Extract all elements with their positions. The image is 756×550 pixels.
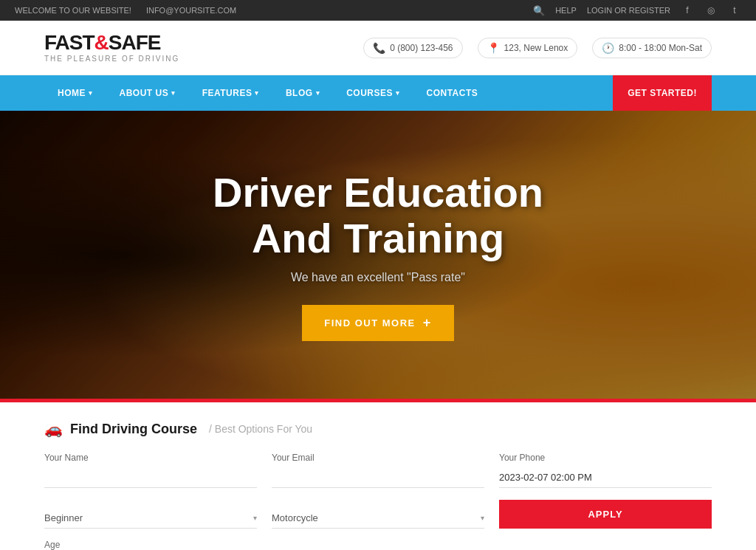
- chevron-down-icon: ▾: [316, 89, 320, 97]
- chevron-down-icon: ▾: [171, 89, 176, 97]
- email-input[interactable]: [272, 467, 484, 488]
- top-bar-left: WELCOME TO OUR WEBSITE! INFO@YOURSITE.CO…: [15, 6, 236, 15]
- name-input[interactable]: [44, 467, 257, 488]
- logo[interactable]: FAST&SAFE THE PLEASURE OF DRIVING: [44, 32, 179, 63]
- phone-label: Your Phone: [499, 453, 712, 463]
- chevron-down-icon: ▾: [89, 89, 93, 97]
- find-course-section: 🚗 Find Driving Course / Best Options For…: [0, 402, 756, 550]
- age-row: Age: [44, 537, 712, 550]
- chevron-down-icon: ▾: [255, 89, 259, 97]
- logo-part1: FAST: [44, 31, 94, 54]
- type-value: Motorcycle: [272, 512, 318, 523]
- logo-text: FAST&SAFE: [44, 32, 179, 53]
- contact-hours: 🕐 8:00 - 18:00 Mon-Sat: [592, 38, 712, 58]
- hours-text: 8:00 - 18:00 Mon-Sat: [619, 43, 702, 53]
- nav-features[interactable]: FEATURES ▾: [189, 75, 272, 111]
- form-row-2: Beginner ▾ Motorcycle ▾ APPLY: [44, 500, 712, 529]
- hero-title: Driver Education And Training: [0, 170, 756, 261]
- address-text: 123, New Lenox: [504, 43, 568, 53]
- phone-field-group: Your Phone: [499, 453, 712, 488]
- find-course-header: 🚗 Find Driving Course / Best Options For…: [44, 420, 712, 438]
- nav-about[interactable]: ABOUT US ▾: [106, 75, 189, 111]
- email-text: INFO@YOURSITE.COM: [146, 6, 236, 15]
- find-out-more-button[interactable]: FIND OUT MORE +: [302, 305, 454, 341]
- nav-contacts[interactable]: CONTACTS: [413, 75, 491, 111]
- find-course-title: Find Driving Course: [70, 422, 197, 437]
- welcome-text: WELCOME TO OUR WEBSITE!: [15, 6, 131, 15]
- hero-content: Driver Education And Training We have an…: [0, 111, 756, 341]
- nav-home[interactable]: HOME ▾: [44, 75, 106, 111]
- level-value: Beginner: [44, 512, 83, 523]
- email-label: Your Email: [272, 453, 484, 463]
- find-course-subtitle: / Best Options For You: [209, 423, 312, 435]
- nav-blog[interactable]: BLOG ▾: [272, 75, 333, 111]
- chevron-down-icon: ▾: [396, 89, 400, 97]
- phone-icon: 📞: [373, 42, 385, 54]
- plus-icon: +: [423, 315, 432, 331]
- login-link[interactable]: LOGIN OR REGISTER: [587, 6, 670, 15]
- search-icon[interactable]: 🔍: [533, 5, 545, 16]
- contact-address: 📍 123, New Lenox: [478, 38, 578, 58]
- nav-get-started[interactable]: GET STARTED!: [613, 75, 712, 111]
- car-icon: 🚗: [44, 420, 63, 438]
- chevron-down-icon: ▾: [253, 514, 257, 522]
- name-label: Your Name: [44, 453, 257, 463]
- nav-courses[interactable]: COURSES ▾: [333, 75, 413, 111]
- cta-label: FIND OUT MORE: [324, 317, 416, 329]
- clock-icon: 🕐: [602, 42, 614, 54]
- hero-subtitle: We have an excellent "Pass rate": [0, 271, 756, 284]
- level-select[interactable]: Beginner ▾: [44, 508, 257, 529]
- top-bar-right: 🔍 HELP LOGIN OR REGISTER f ◎ t: [533, 4, 741, 17]
- phone-input[interactable]: [499, 467, 712, 488]
- header-contacts: 📞 0 (800) 123-456 📍 123, New Lenox 🕐 8:0…: [363, 38, 712, 58]
- logo-tagline: THE PLEASURE OF DRIVING: [44, 55, 179, 63]
- help-link[interactable]: HELP: [555, 6, 577, 15]
- name-field-group: Your Name: [44, 453, 257, 488]
- hero-section: Driver Education And Training We have an…: [0, 111, 756, 399]
- type-select[interactable]: Motorcycle ▾: [272, 508, 484, 529]
- age-label: Age: [44, 540, 60, 550]
- type-field-group: Motorcycle ▾: [272, 508, 484, 529]
- location-icon: 📍: [487, 42, 500, 54]
- logo-amp: &: [94, 31, 109, 54]
- instagram-icon[interactable]: ◎: [704, 4, 718, 17]
- chevron-down-icon: ▾: [481, 514, 484, 522]
- header: FAST&SAFE THE PLEASURE OF DRIVING 📞 0 (8…: [0, 21, 756, 75]
- twitter-icon[interactable]: t: [728, 4, 741, 17]
- main-nav: HOME ▾ ABOUT US ▾ FEATURES ▾ BLOG ▾ COUR…: [0, 75, 756, 111]
- top-bar: WELCOME TO OUR WEBSITE! INFO@YOURSITE.CO…: [0, 0, 756, 21]
- level-field-group: Beginner ▾: [44, 508, 257, 529]
- contact-phone: 📞 0 (800) 123-456: [363, 38, 462, 58]
- apply-button[interactable]: APPLY: [499, 500, 712, 529]
- email-field-group: Your Email: [272, 453, 484, 488]
- apply-group: APPLY: [499, 500, 712, 529]
- facebook-icon[interactable]: f: [681, 4, 694, 17]
- form-row-1: Your Name Your Email Your Phone: [44, 453, 712, 488]
- phone-number: 0 (800) 123-456: [390, 43, 453, 53]
- logo-part2: SAFE: [109, 31, 161, 54]
